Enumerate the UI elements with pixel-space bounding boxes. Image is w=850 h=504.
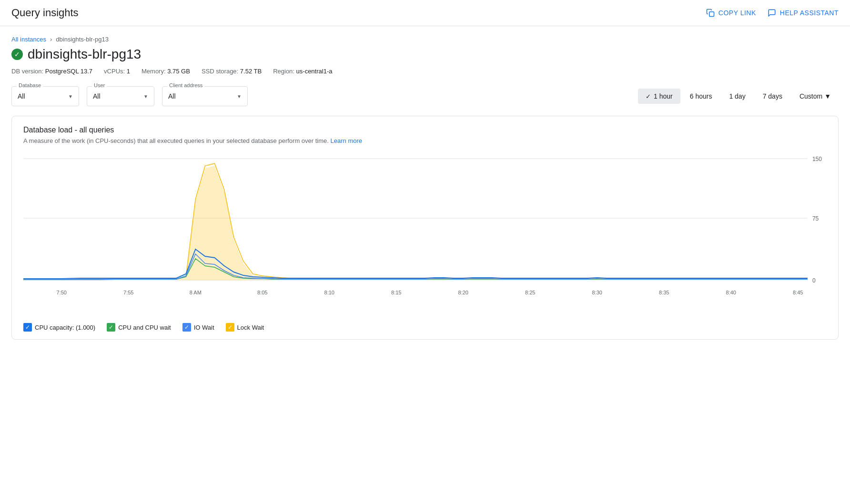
user-dropdown[interactable]: User All ▼ xyxy=(87,86,154,106)
database-label: Database xyxy=(17,82,43,88)
breadcrumb-separator: › xyxy=(50,36,52,43)
vcpus: vCPUs: 1 xyxy=(104,68,130,75)
client-address-label: Client address xyxy=(167,82,204,88)
svg-text:7:50: 7:50 xyxy=(57,290,67,295)
legend-lock-wait-label: Lock Wait xyxy=(237,324,264,331)
svg-text:8:30: 8:30 xyxy=(592,290,602,295)
breadcrumb-parent[interactable]: All instances xyxy=(11,36,46,43)
legend-cpu-capacity-checkbox[interactable]: ✓ xyxy=(23,323,32,332)
time-btn-custom[interactable]: Custom ▼ xyxy=(792,89,839,104)
svg-text:0: 0 xyxy=(812,277,816,284)
legend-cpu-wait: ✓ CPU and CPU wait xyxy=(107,323,171,332)
memory: Memory: 3.75 GB xyxy=(142,68,190,75)
instance-name: dbinsights-blr-pg13 xyxy=(28,47,141,62)
storage: SSD storage: 7.52 TB xyxy=(202,68,262,75)
breadcrumb-current: dbinsights-blr-pg13 xyxy=(56,36,109,43)
chart-title: Database load - all queries xyxy=(23,126,827,134)
time-btn-7d[interactable]: 7 days xyxy=(755,89,790,104)
time-btn-6h[interactable]: 6 hours xyxy=(682,89,720,104)
svg-text:8:25: 8:25 xyxy=(525,290,535,295)
user-label: User xyxy=(92,82,107,88)
client-address-value: All xyxy=(168,92,176,100)
database-select[interactable]: All ▼ xyxy=(12,87,79,106)
legend-cpu-capacity: ✓ CPU capacity: (1.000) xyxy=(23,323,95,332)
page-header: Query insights COPY LINK HELP ASSISTANT xyxy=(0,0,850,26)
chart-legend: ✓ CPU capacity: (1.000) ✓ CPU and CPU wa… xyxy=(23,323,827,332)
svg-text:8:40: 8:40 xyxy=(726,290,736,295)
svg-text:7:55: 7:55 xyxy=(123,290,133,295)
database-value: All xyxy=(18,92,25,100)
legend-io-wait-label: IO Wait xyxy=(194,324,214,331)
legend-cpu-capacity-label: CPU capacity: (1.000) xyxy=(35,324,95,331)
copy-link-button[interactable]: COPY LINK xyxy=(706,9,756,17)
status-icon: ✓ xyxy=(11,49,23,60)
filters-row: Database All ▼ User All ▼ Client address… xyxy=(11,86,839,106)
legend-cpu-wait-checkbox[interactable]: ✓ xyxy=(107,323,115,332)
legend-lock-wait-checkbox[interactable]: ✓ xyxy=(226,323,234,332)
help-assistant-icon xyxy=(768,9,776,17)
header-actions: COPY LINK HELP ASSISTANT xyxy=(706,9,839,17)
client-address-select[interactable]: All ▼ xyxy=(162,87,247,106)
svg-text:150: 150 xyxy=(812,156,822,162)
chart-wrapper: 150 75 0 7:50 7:55 8 AM 8:05 8 xyxy=(23,154,827,317)
learn-more-link[interactable]: Learn more xyxy=(331,137,362,144)
svg-text:8:05: 8:05 xyxy=(257,290,267,295)
instance-meta: DB version: PostgreSQL 13.7 vCPUs: 1 Mem… xyxy=(11,68,839,75)
page-title: Query insights xyxy=(11,7,79,19)
svg-text:8:10: 8:10 xyxy=(324,290,334,295)
time-btn-1h[interactable]: ✓ 1 hour xyxy=(638,89,680,104)
time-btn-1d[interactable]: 1 day xyxy=(721,89,753,104)
svg-text:75: 75 xyxy=(812,215,819,222)
svg-text:8:20: 8:20 xyxy=(458,290,468,295)
region: Region: us-central1-a xyxy=(273,68,332,75)
time-range-group: ✓ 1 hour 6 hours 1 day 7 days Custom ▼ xyxy=(638,89,839,104)
legend-io-wait-checkbox[interactable]: ✓ xyxy=(182,323,191,332)
chart-card: Database load - all queries A measure of… xyxy=(11,116,839,340)
database-arrow-icon: ▼ xyxy=(68,94,73,99)
svg-text:8:15: 8:15 xyxy=(391,290,401,295)
check-icon: ✓ xyxy=(646,93,651,100)
svg-text:8 AM: 8 AM xyxy=(190,290,202,295)
copy-link-icon xyxy=(706,9,715,17)
custom-arrow-icon: ▼ xyxy=(824,92,831,100)
legend-io-wait: ✓ IO Wait xyxy=(182,323,214,332)
svg-marker-7 xyxy=(23,166,808,280)
db-version: DB version: PostgreSQL 13.7 xyxy=(11,68,92,75)
user-select[interactable]: All ▼ xyxy=(87,87,154,106)
svg-rect-0 xyxy=(709,12,714,17)
client-address-arrow-icon: ▼ xyxy=(237,94,242,99)
legend-lock-wait: ✓ Lock Wait xyxy=(226,323,264,332)
help-assistant-button[interactable]: HELP ASSISTANT xyxy=(768,9,839,17)
chart-description: A measure of the work (in CPU-seconds) t… xyxy=(23,137,827,144)
svg-text:8:35: 8:35 xyxy=(659,290,669,295)
user-arrow-icon: ▼ xyxy=(143,94,148,99)
main-content: All instances › dbinsights-blr-pg13 ✓ db… xyxy=(0,26,850,359)
breadcrumb: All instances › dbinsights-blr-pg13 xyxy=(11,36,839,43)
client-address-dropdown[interactable]: Client address All ▼ xyxy=(162,86,248,106)
user-value: All xyxy=(93,92,101,100)
legend-cpu-wait-label: CPU and CPU wait xyxy=(118,324,171,331)
svg-text:8:45: 8:45 xyxy=(793,290,803,295)
chart-svg: 150 75 0 7:50 7:55 8 AM 8:05 8 xyxy=(23,154,827,316)
instance-header: ✓ dbinsights-blr-pg13 xyxy=(11,47,839,62)
database-dropdown[interactable]: Database All ▼ xyxy=(11,86,79,106)
